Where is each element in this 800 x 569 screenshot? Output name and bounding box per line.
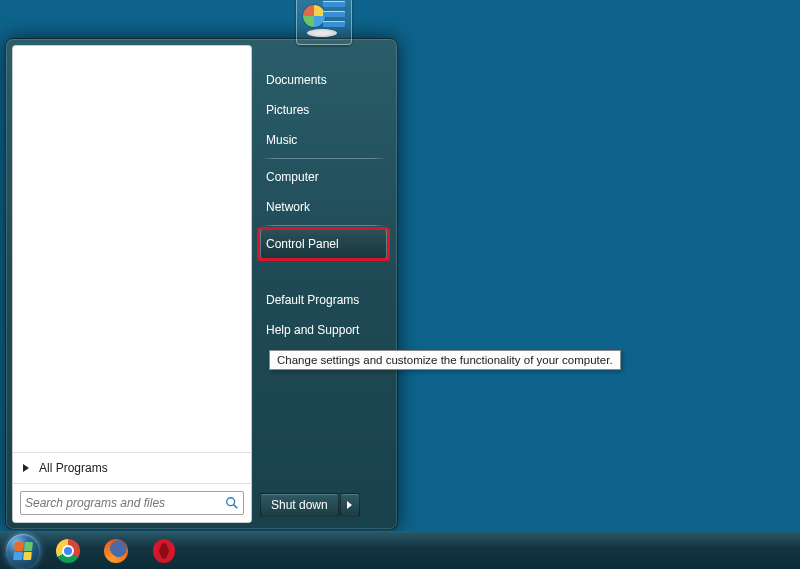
right-menu-items: Documents Pictures Music Computer Networ…: [260, 65, 387, 493]
menu-item-label: Network: [266, 200, 310, 214]
search-input[interactable]: [25, 496, 225, 510]
taskbar-pinned-chrome[interactable]: [46, 535, 90, 567]
search-row: [13, 483, 251, 522]
triangle-right-icon: [23, 464, 29, 472]
firefox-icon: [104, 539, 128, 563]
menu-item-default-programs[interactable]: Default Programs: [260, 285, 387, 315]
tooltip: Change settings and customize the functi…: [269, 350, 621, 370]
triangle-right-icon: [347, 501, 352, 509]
menu-item-network[interactable]: Network: [260, 192, 387, 222]
all-programs-label: All Programs: [39, 461, 108, 475]
menu-item-documents[interactable]: Documents: [260, 65, 387, 95]
taskbar-pinned-firefox[interactable]: [94, 535, 138, 567]
all-programs-button[interactable]: All Programs: [13, 452, 251, 483]
search-box[interactable]: [20, 491, 244, 515]
programs-list-area: [13, 46, 251, 452]
svg-line-1: [234, 505, 238, 509]
menu-item-computer[interactable]: Computer: [260, 162, 387, 192]
taskbar-pinned-opera[interactable]: [142, 535, 186, 567]
menu-separator: [262, 225, 385, 226]
windows-logo-icon: [13, 542, 33, 560]
start-menu-left-panel: All Programs: [12, 45, 252, 523]
shutdown-label: Shut down: [271, 498, 328, 512]
menu-item-pictures[interactable]: Pictures: [260, 95, 387, 125]
chrome-icon: [56, 539, 80, 563]
opera-icon: [153, 539, 175, 563]
menu-item-label: Pictures: [266, 103, 309, 117]
start-button[interactable]: [4, 532, 42, 570]
menu-item-label: Default Programs: [266, 293, 359, 307]
search-icon: [225, 496, 239, 510]
menu-item-label: Control Panel: [266, 237, 339, 251]
menu-item-label: Documents: [266, 73, 327, 87]
menu-separator: [262, 158, 385, 159]
shutdown-row: Shut down: [260, 493, 387, 517]
shutdown-options-button[interactable]: [340, 493, 360, 517]
menu-item-label: Computer: [266, 170, 319, 184]
menu-item-label: Music: [266, 133, 297, 147]
menu-item-music[interactable]: Music: [260, 125, 387, 155]
taskbar: [0, 531, 800, 569]
start-menu: All Programs: [5, 38, 398, 530]
tooltip-text: Change settings and customize the functi…: [277, 354, 613, 366]
tooltip-spacer: [260, 259, 387, 285]
svg-point-0: [227, 498, 235, 506]
start-menu-right-panel: Documents Pictures Music Computer Networ…: [252, 45, 391, 523]
shutdown-button[interactable]: Shut down: [260, 493, 339, 517]
menu-item-help-and-support[interactable]: Help and Support: [260, 315, 387, 345]
menu-item-control-panel[interactable]: Control Panel: [260, 229, 387, 259]
menu-item-label: Help and Support: [266, 323, 359, 337]
profile-icon-area: [260, 0, 387, 59]
control-panel-large-icon: [296, 0, 352, 45]
